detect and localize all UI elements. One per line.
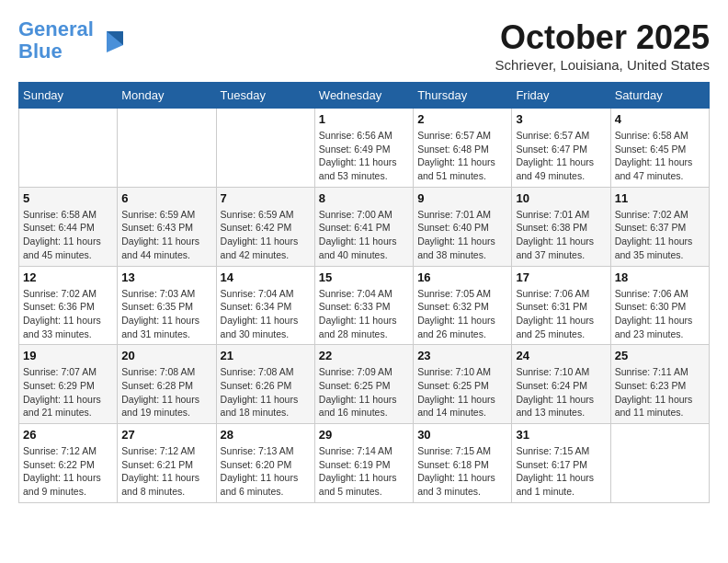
calendar-cell bbox=[216, 109, 314, 188]
calendar-cell: 26Sunrise: 7:12 AMSunset: 6:22 PMDayligh… bbox=[19, 424, 118, 503]
day-info: Sunrise: 7:15 AMSunset: 6:18 PMDaylight:… bbox=[417, 444, 507, 499]
day-number: 18 bbox=[615, 270, 705, 284]
day-info: Sunrise: 6:59 AMSunset: 6:43 PMDaylight:… bbox=[121, 208, 211, 262]
day-number: 2 bbox=[417, 112, 507, 126]
day-info: Sunrise: 7:03 AMSunset: 6:35 PMDaylight:… bbox=[121, 287, 211, 341]
day-number: 19 bbox=[23, 349, 113, 362]
calendar-week-4: 19Sunrise: 7:07 AMSunset: 6:29 PMDayligh… bbox=[19, 345, 710, 424]
day-info: Sunrise: 6:58 AMSunset: 6:45 PMDaylight:… bbox=[615, 129, 705, 183]
calendar-week-1: 1Sunrise: 6:56 AMSunset: 6:49 PMDaylight… bbox=[19, 109, 710, 188]
calendar-cell: 13Sunrise: 7:03 AMSunset: 6:35 PMDayligh… bbox=[118, 266, 216, 345]
day-info: Sunrise: 7:06 AMSunset: 6:31 PMDaylight:… bbox=[516, 287, 606, 341]
weekday-header-sunday: Sunday bbox=[19, 83, 118, 109]
calendar-cell: 9Sunrise: 7:01 AMSunset: 6:40 PMDaylight… bbox=[414, 187, 512, 266]
calendar-cell: 30Sunrise: 7:15 AMSunset: 6:18 PMDayligh… bbox=[414, 424, 512, 503]
day-number: 12 bbox=[23, 270, 113, 284]
day-number: 4 bbox=[615, 112, 705, 126]
calendar-cell: 17Sunrise: 7:06 AMSunset: 6:31 PMDayligh… bbox=[512, 266, 610, 345]
calendar-cell: 4Sunrise: 6:58 AMSunset: 6:45 PMDaylight… bbox=[610, 109, 709, 188]
calendar-cell: 5Sunrise: 6:58 AMSunset: 6:44 PMDaylight… bbox=[19, 187, 118, 266]
weekday-header-monday: Monday bbox=[118, 83, 216, 109]
day-number: 24 bbox=[516, 349, 606, 362]
day-info: Sunrise: 7:02 AMSunset: 6:37 PMDaylight:… bbox=[615, 208, 705, 262]
day-info: Sunrise: 7:14 AMSunset: 6:19 PMDaylight:… bbox=[319, 444, 409, 499]
day-number: 8 bbox=[319, 191, 409, 205]
calendar-cell: 7Sunrise: 6:59 AMSunset: 6:42 PMDaylight… bbox=[216, 187, 314, 266]
day-info: Sunrise: 7:02 AMSunset: 6:36 PMDaylight:… bbox=[23, 287, 113, 341]
calendar-cell: 3Sunrise: 6:57 AMSunset: 6:47 PMDaylight… bbox=[512, 109, 610, 188]
day-info: Sunrise: 6:57 AMSunset: 6:48 PMDaylight:… bbox=[417, 129, 507, 183]
day-info: Sunrise: 6:57 AMSunset: 6:47 PMDaylight:… bbox=[516, 129, 606, 183]
calendar-cell: 24Sunrise: 7:10 AMSunset: 6:24 PMDayligh… bbox=[512, 345, 610, 424]
day-number: 17 bbox=[516, 270, 606, 284]
calendar-cell: 31Sunrise: 7:15 AMSunset: 6:17 PMDayligh… bbox=[512, 424, 610, 503]
weekday-header-thursday: Thursday bbox=[414, 83, 512, 109]
day-number: 13 bbox=[121, 270, 211, 284]
day-number: 3 bbox=[516, 112, 606, 126]
calendar-cell: 12Sunrise: 7:02 AMSunset: 6:36 PMDayligh… bbox=[19, 266, 118, 345]
day-info: Sunrise: 6:58 AMSunset: 6:44 PMDaylight:… bbox=[23, 208, 113, 262]
day-info: Sunrise: 7:10 AMSunset: 6:24 PMDaylight:… bbox=[516, 365, 606, 419]
day-info: Sunrise: 7:00 AMSunset: 6:41 PMDaylight:… bbox=[319, 208, 409, 262]
day-info: Sunrise: 7:13 AMSunset: 6:20 PMDaylight:… bbox=[221, 444, 311, 499]
day-info: Sunrise: 7:04 AMSunset: 6:33 PMDaylight:… bbox=[319, 287, 409, 341]
weekday-header-friday: Friday bbox=[512, 83, 610, 109]
location: Schriever, Louisiana, United States bbox=[495, 57, 710, 73]
calendar-cell: 2Sunrise: 6:57 AMSunset: 6:48 PMDaylight… bbox=[414, 109, 512, 188]
day-info: Sunrise: 7:09 AMSunset: 6:25 PMDaylight:… bbox=[319, 365, 409, 419]
day-info: Sunrise: 7:05 AMSunset: 6:32 PMDaylight:… bbox=[417, 287, 507, 341]
day-info: Sunrise: 7:12 AMSunset: 6:22 PMDaylight:… bbox=[23, 444, 113, 499]
weekday-header-saturday: Saturday bbox=[610, 83, 709, 109]
weekday-header-wednesday: Wednesday bbox=[314, 83, 413, 109]
logo-line1: General bbox=[18, 17, 94, 40]
calendar-cell: 28Sunrise: 7:13 AMSunset: 6:20 PMDayligh… bbox=[216, 424, 314, 503]
calendar-cell: 10Sunrise: 7:01 AMSunset: 6:38 PMDayligh… bbox=[512, 187, 610, 266]
logo-icon bbox=[97, 27, 125, 54]
calendar-cell: 25Sunrise: 7:11 AMSunset: 6:23 PMDayligh… bbox=[610, 345, 709, 424]
calendar-cell: 6Sunrise: 6:59 AMSunset: 6:43 PMDaylight… bbox=[118, 187, 216, 266]
logo-text: General Blue bbox=[18, 18, 94, 63]
day-number: 29 bbox=[319, 428, 409, 442]
calendar-body: 1Sunrise: 6:56 AMSunset: 6:49 PMDaylight… bbox=[19, 109, 710, 503]
calendar-cell: 14Sunrise: 7:04 AMSunset: 6:34 PMDayligh… bbox=[216, 266, 314, 345]
day-info: Sunrise: 7:12 AMSunset: 6:21 PMDaylight:… bbox=[121, 444, 211, 499]
day-info: Sunrise: 6:59 AMSunset: 6:42 PMDaylight:… bbox=[221, 208, 311, 262]
calendar-cell: 20Sunrise: 7:08 AMSunset: 6:28 PMDayligh… bbox=[118, 345, 216, 424]
day-info: Sunrise: 7:08 AMSunset: 6:26 PMDaylight:… bbox=[221, 365, 311, 419]
day-number: 15 bbox=[319, 270, 409, 284]
day-info: Sunrise: 7:06 AMSunset: 6:30 PMDaylight:… bbox=[615, 287, 705, 341]
logo-line2: Blue bbox=[18, 40, 63, 63]
calendar-cell: 15Sunrise: 7:04 AMSunset: 6:33 PMDayligh… bbox=[314, 266, 413, 345]
day-info: Sunrise: 6:56 AMSunset: 6:49 PMDaylight:… bbox=[319, 129, 409, 183]
day-number: 27 bbox=[121, 428, 211, 442]
day-info: Sunrise: 7:04 AMSunset: 6:34 PMDaylight:… bbox=[221, 287, 311, 341]
calendar-week-5: 26Sunrise: 7:12 AMSunset: 6:22 PMDayligh… bbox=[19, 424, 710, 503]
calendar-header-row: SundayMondayTuesdayWednesdayThursdayFrid… bbox=[19, 83, 710, 109]
calendar-cell bbox=[118, 109, 216, 188]
day-number: 16 bbox=[417, 270, 507, 284]
calendar-cell: 16Sunrise: 7:05 AMSunset: 6:32 PMDayligh… bbox=[414, 266, 512, 345]
day-number: 28 bbox=[221, 428, 311, 442]
page-header: General Blue October 2025 Schriever, Lou… bbox=[18, 18, 710, 73]
day-number: 14 bbox=[221, 270, 311, 284]
day-info: Sunrise: 7:10 AMSunset: 6:25 PMDaylight:… bbox=[417, 365, 507, 419]
calendar-cell: 27Sunrise: 7:12 AMSunset: 6:21 PMDayligh… bbox=[118, 424, 216, 503]
calendar-cell: 21Sunrise: 7:08 AMSunset: 6:26 PMDayligh… bbox=[216, 345, 314, 424]
day-number: 9 bbox=[417, 191, 507, 205]
calendar-cell: 18Sunrise: 7:06 AMSunset: 6:30 PMDayligh… bbox=[610, 266, 709, 345]
day-number: 31 bbox=[516, 428, 606, 442]
calendar-cell: 22Sunrise: 7:09 AMSunset: 6:25 PMDayligh… bbox=[314, 345, 413, 424]
calendar-week-3: 12Sunrise: 7:02 AMSunset: 6:36 PMDayligh… bbox=[19, 266, 710, 345]
day-info: Sunrise: 7:11 AMSunset: 6:23 PMDaylight:… bbox=[615, 365, 705, 419]
calendar-cell bbox=[19, 109, 118, 188]
weekday-header-tuesday: Tuesday bbox=[216, 83, 314, 109]
calendar-table: SundayMondayTuesdayWednesdayThursdayFrid… bbox=[18, 82, 710, 503]
day-info: Sunrise: 7:08 AMSunset: 6:28 PMDaylight:… bbox=[121, 365, 211, 419]
day-number: 1 bbox=[319, 112, 409, 126]
day-number: 21 bbox=[221, 349, 311, 362]
day-number: 6 bbox=[121, 191, 211, 205]
title-block: October 2025 Schriever, Louisiana, Unite… bbox=[495, 18, 710, 73]
day-info: Sunrise: 7:01 AMSunset: 6:40 PMDaylight:… bbox=[417, 208, 507, 262]
calendar-cell: 23Sunrise: 7:10 AMSunset: 6:25 PMDayligh… bbox=[414, 345, 512, 424]
day-info: Sunrise: 7:01 AMSunset: 6:38 PMDaylight:… bbox=[516, 208, 606, 262]
